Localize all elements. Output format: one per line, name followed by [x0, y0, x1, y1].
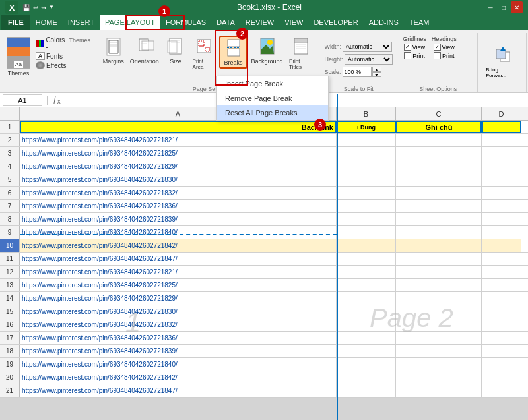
cell-10-C[interactable]	[396, 239, 482, 252]
cell-5-A[interactable]: https://www.pinterest.com/pin/6934840426…	[20, 173, 337, 186]
insert-menu[interactable]: INSERT	[63, 15, 100, 30]
cell-3-C[interactable]	[396, 147, 482, 160]
function-icon[interactable]: ƒx	[53, 94, 61, 105]
width-select[interactable]: Automatic	[343, 42, 392, 52]
cell-15-B[interactable]	[337, 305, 396, 318]
page-layout-menu[interactable]: PAGE LAYOUT	[100, 15, 160, 30]
cell-10-B[interactable]	[337, 239, 396, 252]
customize-icon[interactable]: ▼	[49, 4, 54, 11]
cell-8-C[interactable]	[396, 213, 482, 225]
cell-1-B[interactable]: i Dung	[337, 121, 396, 133]
cell-2-C[interactable]	[396, 134, 482, 146]
addins-menu[interactable]: ADD-INS	[364, 15, 404, 30]
cell-7-A[interactable]: https://www.pinterest.com/pin/6934840426…	[20, 200, 337, 212]
cell-6-A[interactable]: https://www.pinterest.com/pin/6934840426…	[20, 187, 337, 199]
view-menu[interactable]: VIEW	[279, 15, 308, 30]
cell-21-B[interactable]	[337, 384, 396, 397]
cell-21-A[interactable]: https://www.pinterest.com/pin/6934840426…	[20, 384, 337, 397]
cell-7-B[interactable]	[337, 200, 396, 212]
cell-12-B[interactable]	[337, 266, 396, 278]
cell-1-C[interactable]: Ghi chú	[396, 121, 482, 133]
maximize-btn[interactable]: □	[498, 1, 510, 13]
cell-1-A[interactable]: Back link	[20, 121, 337, 133]
cell-4-A[interactable]: https://www.pinterest.com/pin/6934840426…	[20, 160, 337, 173]
headings-print-item[interactable]: Print	[434, 52, 455, 59]
cell-15-A[interactable]: https://www.pinterest.com/pin/6934840426…	[20, 305, 337, 318]
cell-9-C[interactable]	[396, 226, 482, 239]
cell-21-C[interactable]	[396, 384, 482, 397]
headings-view-checkbox[interactable]	[434, 44, 441, 51]
gridlines-view-checkbox[interactable]	[404, 44, 411, 51]
data-menu[interactable]: DATA	[211, 15, 240, 30]
cell-14-C[interactable]	[396, 292, 482, 305]
cell-13-C[interactable]	[396, 279, 482, 291]
orientation-button[interactable]: Orientation	[127, 36, 161, 66]
file-menu[interactable]: FILE	[1, 15, 30, 30]
cell-12-A[interactable]: https://www.pinterest.com/pin/6934840426…	[20, 266, 337, 278]
insert-page-break-item[interactable]: Insert Page Break	[217, 76, 328, 91]
cell-13-B[interactable]	[337, 279, 396, 291]
cell-18-A[interactable]: https://www.pinterest.com/pin/6934840426…	[20, 345, 337, 357]
cell-9-B[interactable]	[337, 226, 396, 239]
minimize-btn[interactable]: ─	[484, 1, 496, 13]
cell-8-B[interactable]	[337, 213, 396, 225]
print-titles-button[interactable]: Print Titles	[286, 36, 315, 71]
cell-2-A[interactable]: https://www.pinterest.com/pin/6934840426…	[20, 134, 337, 146]
effects-sub-item[interactable]: Effects	[34, 61, 69, 70]
cell-19-A[interactable]: https://www.pinterest.com/pin/6934840426…	[20, 358, 337, 371]
col-header-D[interactable]: D	[482, 107, 521, 120]
cell-2-B[interactable]	[337, 134, 396, 146]
headings-view-item[interactable]: View	[434, 44, 455, 51]
name-box[interactable]	[3, 94, 42, 106]
cell-6-C[interactable]	[396, 187, 482, 199]
formulas-menu[interactable]: FORMULAS	[160, 15, 211, 30]
redo-icon[interactable]: ↪	[41, 4, 46, 11]
cell-5-B[interactable]	[337, 173, 396, 186]
cell-20-B[interactable]	[337, 371, 396, 384]
headings-print-checkbox[interactable]	[434, 52, 441, 59]
cell-11-C[interactable]	[396, 253, 482, 265]
scale-down-btn[interactable]: ▼	[372, 72, 381, 77]
background-button[interactable]: Background	[249, 36, 285, 66]
cell-17-A[interactable]: https://www.pinterest.com/pin/6934840426…	[20, 332, 337, 344]
cell-4-C[interactable]	[396, 160, 482, 173]
cell-8-A[interactable]: https://www.pinterest.com/pin/6934840426…	[20, 213, 337, 225]
height-select[interactable]: Automatic	[345, 54, 393, 65]
cell-6-B[interactable]	[337, 187, 396, 199]
size-button[interactable]: Size	[162, 36, 188, 66]
cell-19-C[interactable]	[396, 358, 482, 371]
team-menu[interactable]: TEAM	[404, 15, 435, 30]
scale-up-btn[interactable]: ▲	[372, 67, 381, 72]
developer-menu[interactable]: DEVELOPER	[308, 15, 363, 30]
colors-sub-item[interactable]: Colors -	[34, 36, 69, 51]
undo-icon[interactable]: ↩	[33, 4, 38, 11]
cell-17-C[interactable]	[396, 332, 482, 344]
cell-13-A[interactable]: https://www.pinterest.com/pin/6934840426…	[20, 279, 337, 291]
cell-5-C[interactable]	[396, 173, 482, 186]
cell-11-A[interactable]: https://www.pinterest.com/pin/6934840426…	[20, 253, 337, 265]
cell-12-C[interactable]	[396, 266, 482, 278]
cell-11-B[interactable]	[337, 253, 396, 265]
cell-15-C[interactable]	[396, 305, 482, 318]
home-menu[interactable]: HOME	[30, 15, 63, 30]
save-icon[interactable]: 💾	[22, 4, 30, 11]
reset-all-page-breaks-item[interactable]: Reset All Page Breaks	[217, 105, 328, 120]
cell-17-B[interactable]	[337, 332, 396, 344]
cell-18-C[interactable]	[396, 345, 482, 357]
cell-3-A[interactable]: https://www.pinterest.com/pin/6934840426…	[20, 147, 337, 160]
cell-18-B[interactable]	[337, 345, 396, 357]
cell-16-A[interactable]: https://www.pinterest.com/pin/6934840426…	[20, 318, 337, 331]
breaks-button[interactable]: Breaks	[219, 36, 248, 69]
col-header-B[interactable]: B	[337, 107, 396, 120]
gridlines-view-item[interactable]: View	[404, 44, 425, 51]
fonts-sub-item[interactable]: A Fonts	[34, 51, 69, 61]
gridlines-print-checkbox[interactable]	[404, 52, 411, 59]
scale-input[interactable]	[343, 67, 372, 77]
themes-button[interactable]: Aa Themes	[4, 36, 33, 78]
close-btn[interactable]: ✕	[511, 1, 523, 13]
col-header-C[interactable]: C	[396, 107, 482, 120]
margins-button[interactable]: Margins	[100, 36, 126, 66]
cell-7-C[interactable]	[396, 200, 482, 212]
cell-9-A[interactable]: https://www.pinterest.com/pin/6934840426…	[20, 226, 337, 239]
bring-forward-btn[interactable]: Bring Forwar...	[484, 44, 521, 80]
